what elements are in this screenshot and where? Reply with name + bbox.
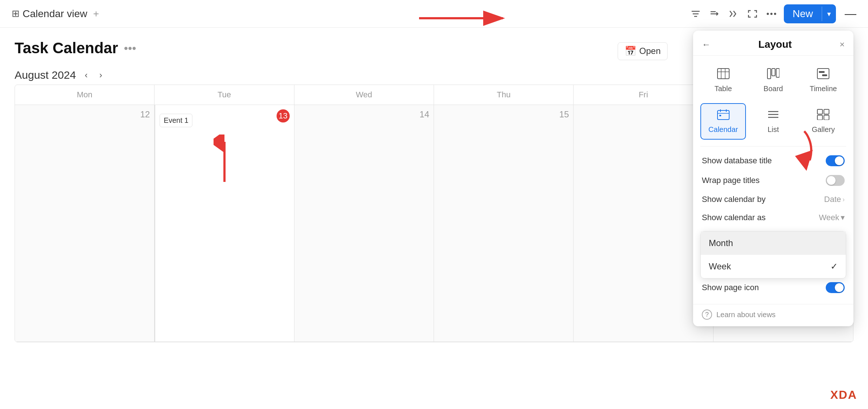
table-icon [717,68,730,82]
show-calendar-as-dropdown[interactable]: Week ▾ [819,213,845,222]
calendar-icon [717,109,730,122]
show-calendar-as-label: Show calendar as [702,213,766,222]
fullscreen-icon[interactable] [746,7,759,20]
svg-rect-21 [718,110,729,120]
show-calendar-by-label: Show calendar by [702,195,766,204]
setting-show-calendar-by: Show calendar by Date › [700,190,846,209]
top-bar: ⊞ Calendar view + New ▾ — [0,0,868,28]
show-calendar-by-chevron: › [842,196,845,203]
show-page-icon-toggle[interactable] [826,282,845,293]
svg-rect-31 [817,115,822,120]
board-label: Board [763,85,783,93]
show-calendar-as-caret: ▾ [841,213,845,222]
header-wed: Wed [294,85,434,105]
panel-body: Table Board Timeline Calen [693,56,853,304]
new-button-label: New [784,4,822,23]
layout-option-calendar[interactable]: Calendar [700,103,746,140]
setting-show-db-title: Show database title [700,151,846,171]
svg-rect-32 [824,115,829,120]
show-page-icon-label: Show page icon [702,283,759,292]
top-bar-left: ⊞ Calendar view + [12,7,101,21]
svg-point-7 [774,13,776,15]
xda-watermark: XDA [830,388,857,402]
svg-rect-18 [817,69,829,79]
dropdown-week-label: Week [709,261,731,272]
show-db-title-toggle[interactable] [826,155,845,166]
show-db-title-label: Show database title [702,156,772,165]
learn-about-views-link[interactable]: Learn about views [716,311,775,319]
calendar-layout-label: Calendar [708,125,738,134]
svg-point-5 [767,13,769,15]
svg-rect-19 [819,71,825,73]
collapse-icon[interactable] [727,7,740,20]
dropdown-month-option[interactable]: Month [701,231,846,255]
week-check-icon: ✓ [830,261,838,272]
wrap-page-titles-label: Wrap page titles [702,176,760,185]
svg-rect-17 [776,69,779,77]
help-icon[interactable]: ? [702,309,712,320]
filter-icon[interactable] [689,7,702,20]
date-12: 12 [19,109,150,120]
cal-cell-15: 15 [434,105,574,342]
header-fri: Fri [574,85,713,105]
page-title-menu[interactable]: ••• [124,42,136,55]
calendar-as-dropdown-popup: Month Week ✓ [700,231,846,278]
timeline-label: Timeline [810,85,837,93]
calendar-tab-icon: ⊞ [12,8,20,19]
layout-option-table[interactable]: Table [700,62,746,99]
minimize-button[interactable]: — [845,7,856,20]
setting-wrap-page-titles: Wrap page titles [700,171,846,190]
settings-section: Show database title Wrap page titles [700,146,846,231]
new-btn-caret[interactable]: ▾ [822,6,836,22]
prev-month-button[interactable]: ‹ [82,69,90,82]
sort-icon[interactable] [708,7,721,20]
layout-option-list[interactable]: List [750,103,796,140]
svg-rect-15 [767,69,771,79]
open-btn-calendar-icon: 📅 [625,46,636,57]
header-mon: Mon [15,85,155,105]
setting-show-page-icon: Show page icon [700,278,846,297]
panel-back-button[interactable]: ← [702,39,711,50]
cal-cell-16: 16 [574,105,713,342]
svg-rect-25 [719,115,721,116]
table-label: Table [715,85,732,93]
panel-footer: ? Learn about views [693,304,853,326]
setting-show-calendar-as: Show calendar as Week ▾ [700,209,846,227]
svg-rect-16 [772,69,775,76]
wrap-page-titles-toggle[interactable] [826,175,845,186]
event-item-1[interactable]: Event 1 [160,114,192,127]
dropdown-month-label: Month [709,238,733,248]
cal-cell-13: 13 Event 1 [155,105,294,342]
layout-options-grid: Table Board Timeline Calen [700,62,846,140]
date-15: 15 [438,109,569,120]
layout-option-board[interactable]: Board [750,62,796,99]
tab-label: Calendar view [23,8,87,20]
layout-option-timeline[interactable]: Timeline [801,62,846,99]
gallery-label: Gallery [812,125,835,134]
new-button[interactable]: New ▾ [784,4,836,23]
show-calendar-by-value[interactable]: Date › [824,195,845,204]
show-calendar-by-text: Date [824,195,841,204]
svg-rect-20 [822,74,827,76]
next-month-button[interactable]: › [96,69,105,82]
timeline-icon [817,68,829,82]
svg-rect-29 [817,109,822,114]
more-options-icon[interactable] [765,7,778,20]
gallery-icon [817,109,829,122]
svg-rect-11 [718,69,729,79]
layout-option-gallery[interactable]: Gallery [801,103,846,140]
cal-cell-14: 14 [294,105,434,342]
month-label: August 2024 [15,69,76,81]
list-label: List [767,125,779,134]
calendar-view-tab[interactable]: ⊞ Calendar view [12,8,87,20]
show-calendar-as-text: Week [819,213,839,222]
list-icon [767,109,779,122]
cal-cell-12: 12 [15,105,155,342]
add-tab-button[interactable]: + [91,7,100,21]
page-title-container: Task Calendar ••• [15,39,136,57]
panel-close-button[interactable]: × [840,39,845,50]
date-14: 14 [299,109,429,120]
panel-header: ← Layout × [693,31,853,56]
open-button[interactable]: 📅 Open [618,42,668,60]
dropdown-week-option[interactable]: Week ✓ [701,255,846,278]
